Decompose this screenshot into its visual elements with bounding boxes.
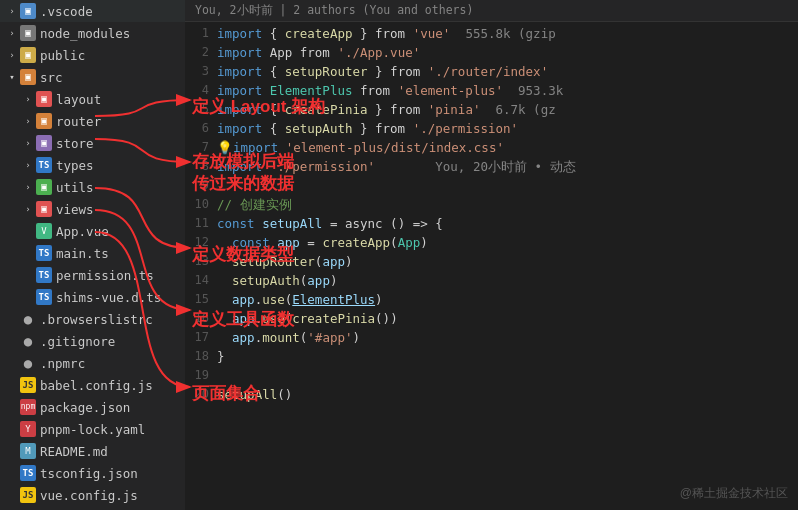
sidebar-item-label: package.json	[40, 400, 185, 415]
sidebar-item-label: .gitignore	[40, 334, 185, 349]
sidebar-item-label: .npmrc	[40, 356, 185, 371]
line-number: 9	[185, 176, 209, 195]
sidebar-item-gitignore[interactable]: ●.gitignore	[0, 330, 185, 352]
line-number: 20	[185, 385, 209, 404]
line-number: 5	[185, 100, 209, 119]
code-token: } from	[352, 26, 412, 41]
code-token	[217, 311, 232, 326]
sidebar-item-store[interactable]: ▣store	[0, 132, 185, 154]
code-token: =	[300, 235, 323, 250]
dot-icon: ●	[20, 333, 36, 349]
code-token: import	[217, 64, 262, 79]
sidebar-item-shims-vue[interactable]: TSshims-vue.d.ts	[0, 286, 185, 308]
sidebar-item-package-json[interactable]: npmpackage.json	[0, 396, 185, 418]
code-token: './permission'	[270, 159, 375, 174]
sidebar-item-label: shims-vue.d.ts	[56, 290, 185, 305]
sidebar-item-utils[interactable]: ▣utils	[0, 176, 185, 198]
sidebar-item-pnpm-lock[interactable]: Ypnpm-lock.yaml	[0, 418, 185, 440]
sidebar-item-readme[interactable]: MREADME.md	[0, 440, 185, 462]
code-line: import { setupRouter } from './router/in…	[217, 62, 798, 81]
editor-content: 1234567891011121314151617181920 import {…	[185, 22, 798, 510]
sidebar-item-label: main.ts	[56, 246, 185, 261]
code-token: } from	[352, 121, 412, 136]
line-number: 3	[185, 62, 209, 81]
code-token	[217, 273, 232, 288]
code-token: const	[217, 216, 255, 231]
code-editor: You, 2小时前 | 2 authors (You and others) 1…	[185, 0, 798, 510]
sidebar-item-label: utils	[56, 180, 185, 195]
tree-arrow	[4, 28, 20, 38]
code-token: = async () => {	[322, 216, 442, 231]
code-token: App	[398, 235, 421, 250]
code-line: app.use(createPinia())	[217, 309, 798, 328]
file-explorer: ▣.vscode▣node_modules▣public▣src▣layout▣…	[0, 0, 185, 510]
ts-icon: TS	[36, 289, 52, 305]
code-token: setupAuth	[285, 121, 353, 136]
code-token: }	[217, 349, 225, 364]
code-token: setupRouter	[285, 64, 368, 79]
sidebar-item-label: README.md	[40, 444, 185, 459]
code-token: (	[390, 235, 398, 250]
line-number: 2	[185, 43, 209, 62]
code-line: app.mount('#app')	[217, 328, 798, 347]
ts-icon: TS	[36, 267, 52, 283]
code-token: {	[262, 26, 285, 41]
sidebar-item-vue-config[interactable]: JSvue.config.js	[0, 484, 185, 506]
line-number: 15	[185, 290, 209, 309]
sidebar-item-vscode[interactable]: ▣.vscode	[0, 0, 185, 22]
code-token: createPinia	[285, 102, 368, 117]
sidebar-item-main-ts[interactable]: TSmain.ts	[0, 242, 185, 264]
sidebar-item-app-vue[interactable]: VApp.vue	[0, 220, 185, 242]
line-number: 4	[185, 81, 209, 100]
code-token: import	[217, 159, 262, 174]
code-token: app	[277, 235, 300, 250]
code-line: import './permission' You, 20小时前 • 动态	[217, 157, 798, 176]
sidebar-item-label: babel.config.js	[40, 378, 185, 393]
code-line: setupAll()	[217, 385, 798, 404]
code-token	[217, 330, 232, 345]
code-line: app.use(ElementPlus)	[217, 290, 798, 309]
sidebar-item-label: router	[56, 114, 185, 129]
yaml-icon: Y	[20, 421, 36, 437]
code-line: const app = createApp(App)	[217, 233, 798, 252]
folder-red-icon: ▣	[36, 201, 52, 217]
tree-arrow	[20, 182, 36, 192]
tree-arrow	[20, 94, 36, 104]
sidebar-item-label: App.vue	[56, 224, 185, 239]
line-number: 14	[185, 271, 209, 290]
sidebar-item-npmrc[interactable]: ●.npmrc	[0, 352, 185, 374]
vue-icon: V	[36, 223, 52, 239]
line-number: 1	[185, 24, 209, 43]
code-token: createPinia	[292, 311, 375, 326]
dot-icon: ●	[20, 355, 36, 371]
sidebar-item-src[interactable]: ▣src	[0, 66, 185, 88]
code-token: {	[262, 102, 285, 117]
code-line: import { setupAuth } from './permission'	[217, 119, 798, 138]
code-token: app	[232, 311, 255, 326]
code-token: 💡	[217, 140, 233, 155]
sidebar-item-permission-ts[interactable]: TSpermission.ts	[0, 264, 185, 286]
code-token	[278, 140, 286, 155]
code-token: {	[262, 121, 285, 136]
code-token: './router/index'	[428, 64, 548, 79]
sidebar-item-label: public	[40, 48, 185, 63]
code-token	[262, 83, 270, 98]
tree-arrow	[20, 116, 36, 126]
code-token: app	[307, 273, 330, 288]
line-number: 11	[185, 214, 209, 233]
sidebar-item-public[interactable]: ▣public	[0, 44, 185, 66]
sidebar-item-types[interactable]: TStypes	[0, 154, 185, 176]
tree-arrow	[4, 6, 20, 16]
code-token: )	[345, 254, 353, 269]
sidebar-item-views[interactable]: ▣views	[0, 198, 185, 220]
sidebar-item-browserslist[interactable]: ●.browserslistrc	[0, 308, 185, 330]
sidebar-item-tsconfig[interactable]: TStsconfig.json	[0, 462, 185, 484]
npm-icon: npm	[20, 399, 36, 415]
code-token: app	[232, 292, 255, 307]
code-token: createApp	[322, 235, 390, 250]
sidebar-item-router[interactable]: ▣router	[0, 110, 185, 132]
tree-arrow	[4, 50, 20, 60]
sidebar-item-layout[interactable]: ▣layout	[0, 88, 185, 110]
sidebar-item-babel-config[interactable]: JSbabel.config.js	[0, 374, 185, 396]
sidebar-item-node_modules[interactable]: ▣node_modules	[0, 22, 185, 44]
